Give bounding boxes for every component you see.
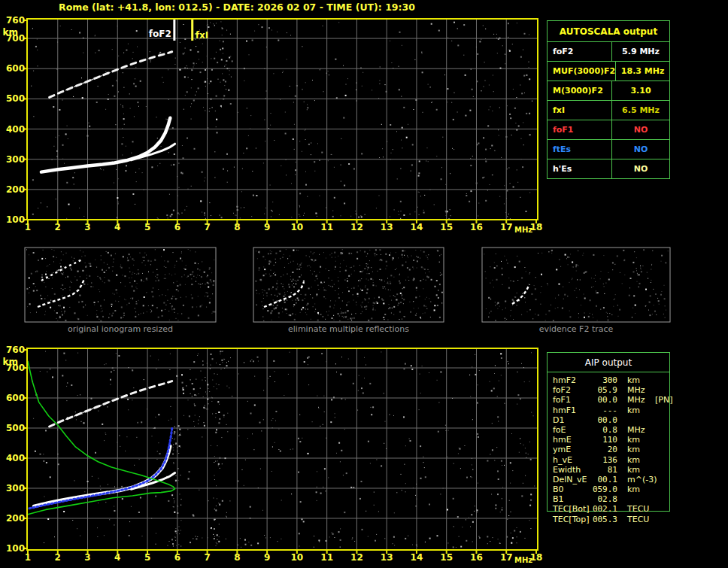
- autoscala-table-row: ftEsNO: [548, 139, 669, 159]
- x-tick-label: 2: [55, 552, 61, 563]
- thumbnail-border: [482, 248, 670, 322]
- parameter-label: foE: [553, 425, 592, 435]
- x-axis-unit-label: MHz: [514, 556, 532, 564]
- parameter-label: DelN_vE: [553, 475, 592, 484]
- noise-speckle-layer: [26, 249, 216, 322]
- x-tick-label: 4: [114, 222, 120, 232]
- aip-table-row: h_vE136km: [553, 455, 669, 465]
- x-tick-label: 9: [264, 552, 270, 563]
- x-tick-label: 12: [350, 222, 363, 232]
- thumbnail-main-trace: [512, 284, 529, 304]
- panel-caption-eliminate-reflections: eliminate multiple reflections: [253, 324, 444, 334]
- y-tick-label: 400: [6, 124, 25, 135]
- autoscala-table-row: foF25.9 MHz: [548, 41, 669, 61]
- scaled-frequency-markers: foF2fxI: [149, 20, 208, 41]
- y-tick-label: 600: [6, 63, 25, 74]
- aip-table-row: TEC[Bot]002.1TECU: [553, 504, 669, 514]
- autoscala-window: { "title": "Rome (lat: +41.8, lon: 012.5…: [0, 0, 728, 568]
- processing-panel-0: [25, 248, 216, 322]
- aip-table-row: B102.8: [553, 494, 669, 504]
- parameter-unit: MHz: [627, 395, 655, 405]
- parameter-value: 00.0: [592, 395, 617, 405]
- trace-thin: [131, 144, 174, 160]
- aip-table-body: hmF2300kmfoF205.9MHzfoF100.0MHz[PN]hmF1-…: [548, 372, 669, 524]
- noise-speckle-layer: [31, 21, 532, 220]
- x-tick-label: 6: [174, 222, 180, 232]
- parameter-value: ---: [592, 405, 617, 415]
- y-tick-label: 400: [6, 453, 25, 463]
- parameter-value: 136: [592, 455, 617, 465]
- aip-table-row: DelN_vE00.1m^(-3): [553, 475, 669, 484]
- x-tick-label: 9: [264, 222, 270, 232]
- bottom-profile-plot: 123456789101112131415161718MHz7607006005…: [3, 345, 543, 564]
- parameter-label: TEC[Bot]: [553, 504, 592, 514]
- trace-line: [28, 361, 175, 515]
- y-axis-unit-label: km: [3, 357, 18, 367]
- fxi-marker-label: fxI: [196, 30, 208, 41]
- y-axis-unit-label: km: [3, 27, 18, 38]
- autoscala-table-row: MUF(3000)F218.3 MHz: [548, 61, 669, 80]
- trace-band: [34, 446, 170, 506]
- y-tick-label: 760: [6, 15, 25, 26]
- x-tick-label: 16: [470, 552, 483, 563]
- parameter-unit: km: [627, 484, 655, 494]
- parameter-value: 110: [592, 435, 617, 445]
- top-ionogram-plot: foF2fxI123456789101112131415161718MHz760…: [3, 15, 543, 234]
- parameter-value: 05.9: [592, 385, 617, 395]
- parameter-label: hmF2: [553, 375, 592, 385]
- aip-table-row: D100.0: [553, 415, 669, 425]
- grid-lines: [27, 348, 538, 550]
- parameter-label: ymE: [553, 445, 592, 454]
- y-tick-label: 300: [6, 483, 25, 494]
- fof2-marker-line: [173, 20, 175, 41]
- noise-speckle-layer: [255, 249, 443, 321]
- grid-lines: [27, 19, 538, 220]
- x-tick-label: 8: [234, 222, 240, 232]
- parameter-label: ftEs: [548, 140, 611, 159]
- fof2-marker-label: foF2: [149, 29, 171, 39]
- x-tick-label: 10: [291, 222, 304, 232]
- x-tick-label: 4: [114, 552, 120, 563]
- parameter-label: TEC[Top]: [553, 515, 592, 524]
- parameter-value: 005.3: [592, 515, 617, 524]
- parameter-value: 3.10: [611, 81, 669, 100]
- parameter-label: fxI: [548, 101, 611, 120]
- x-tick-label: 13: [381, 222, 393, 232]
- aip-table-row: foF100.0MHz[PN]: [553, 395, 669, 405]
- aip-table-row: hmE110km: [553, 435, 669, 445]
- axis-labels: 123456789101112131415161718MHz7607006005…: [3, 345, 543, 564]
- y-tick-label: 200: [6, 513, 25, 524]
- x-tick-label: 8: [234, 552, 240, 563]
- parameter-value: 300: [592, 375, 617, 385]
- parameter-value: 002.1: [592, 504, 617, 514]
- parameter-label: foF2: [553, 385, 592, 395]
- autoscala-table-row: h'EsNO: [548, 159, 669, 178]
- aip-table-row: hmF1---km: [553, 405, 669, 415]
- parameter-label: Ewidth: [553, 465, 592, 475]
- parameter-unit: m^(-3): [627, 475, 657, 484]
- panel-caption-original-ionogram: original ionogram resized: [25, 324, 216, 334]
- x-tick-label: 3: [84, 222, 90, 232]
- x-tick-label: 17: [500, 222, 513, 232]
- noise-speckle-layer: [484, 249, 668, 321]
- axis-labels: 123456789101112131415161718MHz7607006005…: [3, 15, 543, 234]
- aip-table-title: AIP output: [548, 353, 669, 372]
- x-tick-label: 15: [440, 552, 453, 563]
- y-tick-label: 100: [6, 543, 25, 554]
- parameter-label: hmF1: [553, 405, 592, 415]
- aip-table-row: TEC[Top]005.3TECU: [553, 515, 669, 524]
- panel-caption-evidence-f2-trace: evidence F2 trace: [482, 324, 670, 334]
- x-tick-label: 2: [55, 222, 61, 232]
- parameter-unit: TECU: [627, 515, 655, 524]
- trace-band: [41, 118, 170, 172]
- parameter-label: MUF(3000)F2: [548, 62, 615, 80]
- y-tick-label: 600: [6, 393, 25, 403]
- aip-table-row: foF205.9MHz: [553, 385, 669, 395]
- trace-dots: [29, 427, 172, 509]
- thumbnail-main-trace: [264, 282, 304, 307]
- parameter-unit: [627, 415, 655, 425]
- trace-dashes: [50, 381, 172, 427]
- parameter-value: NO: [611, 159, 669, 178]
- x-tick-label: 16: [470, 222, 483, 232]
- x-tick-label: 11: [320, 222, 333, 232]
